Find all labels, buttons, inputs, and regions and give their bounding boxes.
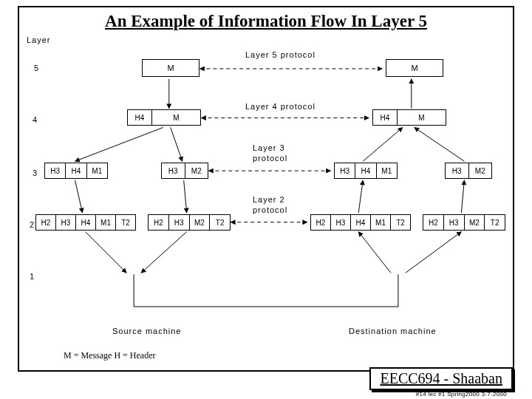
cell-h3: H3 bbox=[335, 163, 355, 178]
l5-dst-box: M bbox=[386, 59, 443, 77]
layer-num-2: 2 bbox=[30, 220, 35, 229]
slide-frame: An Example of Information Flow In Layer … bbox=[18, 6, 514, 372]
cell-m1: M1 bbox=[376, 163, 397, 178]
l2-dst-a-box: H2 H3 H4 M1 T2 bbox=[310, 214, 411, 231]
svg-line-6 bbox=[171, 128, 183, 162]
cell-m1: M1 bbox=[95, 215, 115, 230]
cell-h3: H3 bbox=[446, 163, 468, 178]
protocol-2-label-a: Layer 2 bbox=[253, 195, 285, 204]
cell-m2: M2 bbox=[189, 215, 210, 230]
protocol-3-label-a: Layer 3 bbox=[253, 143, 285, 152]
protocol-4-label: Layer 4 protocol bbox=[245, 102, 316, 111]
svg-line-8 bbox=[184, 180, 187, 213]
legend-text: M = Message H = Header bbox=[64, 350, 156, 361]
svg-line-7 bbox=[75, 180, 83, 213]
protocol-2-label-b: protocol bbox=[253, 205, 287, 214]
cell-h2: H2 bbox=[36, 215, 55, 230]
cell-m1: M1 bbox=[86, 163, 107, 178]
cell-t2: T2 bbox=[115, 215, 135, 230]
layer-num-5: 5 bbox=[34, 64, 39, 72]
course-badge: EECC694 - Shaaban bbox=[369, 367, 513, 390]
l2-dst-b-box: H2 H3 M2 T2 bbox=[423, 214, 505, 231]
destination-machine-label: Destination machine bbox=[349, 327, 437, 335]
cell-m: M bbox=[151, 110, 200, 125]
cell-m2: M2 bbox=[464, 215, 485, 230]
svg-line-12 bbox=[363, 128, 403, 162]
cell-h3: H3 bbox=[330, 215, 350, 230]
cell-h2: H2 bbox=[423, 215, 443, 230]
layer-num-1: 1 bbox=[30, 272, 35, 281]
cell-h4: H4 bbox=[373, 110, 397, 125]
cell-h2: H2 bbox=[149, 215, 168, 230]
cell-m2: M2 bbox=[468, 163, 492, 178]
cell-h3: H3 bbox=[55, 215, 75, 230]
diagram-arrows bbox=[24, 34, 508, 343]
l3-dst-a-box: H3 H4 M1 bbox=[334, 163, 398, 179]
l4-src-box: H4 M bbox=[127, 109, 201, 126]
layer-num-3: 3 bbox=[33, 168, 38, 177]
cell-h4: H4 bbox=[65, 163, 86, 178]
cell-h3: H3 bbox=[168, 215, 189, 230]
svg-line-10 bbox=[141, 232, 187, 273]
l5-src-box: M bbox=[142, 59, 200, 77]
slide-title: An Example of Information Flow In Layer … bbox=[19, 12, 513, 31]
cell-m2: M2 bbox=[185, 163, 208, 178]
cell-h4: H4 bbox=[75, 215, 95, 230]
footnote-text: #14 lec #1 Spring2000 3-7-2000 bbox=[416, 391, 507, 398]
l3-src-b-box: H3 M2 bbox=[161, 163, 208, 179]
cell-m: M bbox=[411, 64, 417, 72]
l4-dst-box: H4 M bbox=[372, 109, 446, 126]
cell-m: M bbox=[167, 64, 174, 72]
label-layer: Layer bbox=[27, 35, 51, 44]
cell-h2: H2 bbox=[311, 215, 330, 230]
cell-h4: H4 bbox=[355, 163, 375, 178]
cell-h4: H4 bbox=[128, 110, 151, 125]
svg-line-17 bbox=[406, 232, 462, 273]
svg-line-13 bbox=[415, 128, 465, 162]
layer-num-4: 4 bbox=[33, 115, 38, 124]
cell-h4: H4 bbox=[350, 215, 370, 230]
source-machine-label: Source machine bbox=[112, 327, 182, 335]
protocol-3-label-b: protocol bbox=[253, 154, 287, 163]
svg-line-16 bbox=[358, 232, 391, 273]
svg-line-9 bbox=[85, 232, 126, 273]
diagram-stage: Layer 5 4 3 2 1 Layer 5 protocol Layer 4… bbox=[24, 34, 508, 343]
cell-h3: H3 bbox=[443, 215, 464, 230]
cell-t2: T2 bbox=[484, 215, 505, 230]
svg-line-15 bbox=[461, 180, 464, 213]
svg-line-5 bbox=[75, 128, 163, 162]
cell-m: M bbox=[397, 110, 446, 125]
cell-t2: T2 bbox=[390, 215, 410, 230]
cell-t2: T2 bbox=[209, 215, 230, 230]
cell-h3: H3 bbox=[45, 163, 65, 178]
l2-src-a-box: H2 H3 H4 M1 T2 bbox=[35, 214, 136, 231]
svg-line-14 bbox=[358, 180, 363, 213]
l2-src-b-box: H2 H3 M2 T2 bbox=[148, 214, 231, 231]
protocol-5-label: Layer 5 protocol bbox=[245, 50, 316, 59]
l3-src-a-box: H3 H4 M1 bbox=[44, 163, 108, 179]
cell-m1: M1 bbox=[370, 215, 390, 230]
l3-dst-b-box: H3 M2 bbox=[445, 163, 492, 179]
cell-h3: H3 bbox=[162, 163, 185, 178]
